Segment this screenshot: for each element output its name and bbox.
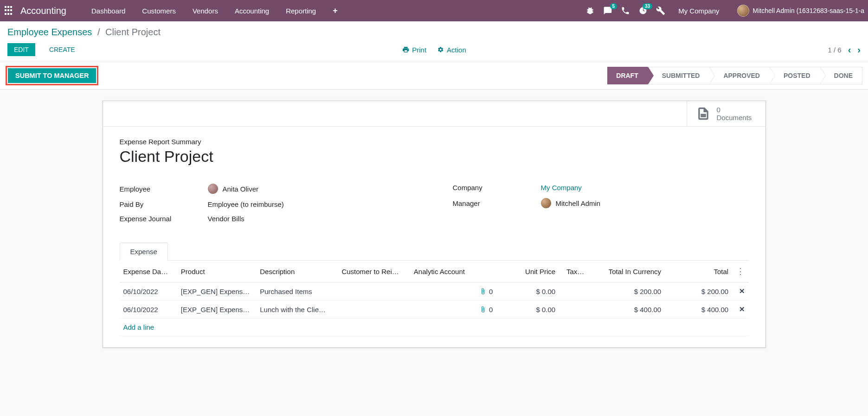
control-panel: Employee Expenses / Client Project Edit … bbox=[0, 21, 868, 62]
apps-icon[interactable] bbox=[4, 5, 15, 16]
field-row: ManagerMitchell Admin bbox=[453, 195, 749, 211]
nav-plus-icon[interactable]: + bbox=[324, 6, 346, 16]
systray: 5 33 My Company Mitchell Admin (16312683… bbox=[585, 5, 864, 17]
brand-title[interactable]: Accounting bbox=[20, 6, 66, 16]
avatar bbox=[208, 184, 218, 194]
user-name: Mitchell Admin (16312683-saas-15-1-a bbox=[753, 7, 864, 14]
action-button[interactable]: Action bbox=[437, 46, 466, 54]
activities-badge: 33 bbox=[643, 3, 652, 9]
col-header[interactable]: Customer to Rei… bbox=[338, 261, 410, 282]
remove-row-icon[interactable]: ✕ bbox=[739, 287, 745, 295]
attachment-icon[interactable] bbox=[480, 288, 486, 294]
field-label: Manager bbox=[453, 199, 541, 207]
breadcrumb: Employee Expenses / Client Project bbox=[7, 27, 161, 38]
nav-dashboard[interactable]: Dashboard bbox=[83, 7, 134, 15]
pager-text[interactable]: 1 / 6 bbox=[828, 46, 841, 54]
col-header[interactable]: Analytic Account bbox=[410, 261, 497, 282]
highlight-box: Submit to Manager bbox=[6, 66, 98, 85]
nav-vendors[interactable]: Vendors bbox=[184, 7, 226, 15]
col-header[interactable]: Description bbox=[256, 261, 338, 282]
field-row: CompanyMy Company bbox=[453, 180, 749, 195]
print-button[interactable]: Print bbox=[402, 46, 426, 54]
messages-badge: 5 bbox=[610, 3, 617, 9]
breadcrumb-current: Client Project bbox=[105, 27, 161, 37]
stage-draft[interactable]: Draft bbox=[607, 67, 648, 84]
table-row[interactable]: 06/10/2022[EXP_GEN] Expens…Purchased Ite… bbox=[120, 282, 749, 301]
kebab-icon[interactable]: ⋮ bbox=[736, 267, 745, 276]
field-label: Employee bbox=[120, 185, 208, 193]
stage-approved[interactable]: Approved bbox=[709, 67, 770, 84]
breadcrumb-parent[interactable]: Employee Expenses bbox=[7, 27, 92, 37]
documents-label: Documents bbox=[717, 114, 752, 122]
col-header[interactable]: Total bbox=[665, 261, 732, 282]
avatar bbox=[541, 198, 551, 208]
documents-count: 0 bbox=[717, 106, 752, 114]
field-row: EmployeeAnita Oliver bbox=[120, 180, 416, 197]
field-row: Paid ByEmployee (to reimburse) bbox=[120, 197, 416, 211]
documents-stat-button[interactable]: 0 Documents bbox=[687, 101, 765, 126]
submit-to-manager-button[interactable]: Submit to Manager bbox=[8, 68, 96, 83]
table-row[interactable]: 06/10/2022[EXP_GEN] Expens…Lunch with th… bbox=[120, 301, 749, 319]
messages-icon[interactable]: 5 bbox=[603, 6, 612, 15]
attachment-icon[interactable] bbox=[480, 306, 486, 313]
expense-table: Expense Da…ProductDescriptionCustomer to… bbox=[120, 261, 749, 336]
user-avatar bbox=[737, 5, 749, 17]
print-icon bbox=[402, 46, 409, 53]
activities-icon[interactable]: 33 bbox=[638, 6, 648, 15]
record-title: Client Project bbox=[120, 147, 749, 166]
field-value: Vendor Bills bbox=[208, 215, 244, 223]
field-value: Mitchell Admin bbox=[541, 198, 601, 208]
field-value: Anita Oliver bbox=[208, 184, 259, 194]
col-header[interactable]: Tax… bbox=[559, 261, 588, 282]
document-icon bbox=[696, 107, 710, 121]
remove-row-icon[interactable]: ✕ bbox=[739, 305, 745, 313]
field-value: Employee (to reimburse) bbox=[208, 200, 284, 208]
stage-flow: DraftSubmittedApprovedPostedDone bbox=[608, 67, 862, 84]
statusbar: Submit to Manager DraftSubmittedApproved… bbox=[0, 62, 868, 90]
phone-icon[interactable] bbox=[621, 6, 630, 15]
nav-customers[interactable]: Customers bbox=[134, 7, 184, 15]
pager: 1 / 6 ‹ › bbox=[828, 45, 861, 55]
field-label: Paid By bbox=[120, 200, 208, 208]
stage-submitted[interactable]: Submitted bbox=[648, 67, 710, 84]
company-switcher[interactable]: My Company bbox=[678, 7, 719, 15]
col-header[interactable]: Unit Price bbox=[496, 261, 559, 282]
edit-button[interactable]: Edit bbox=[7, 43, 35, 56]
col-header[interactable]: Total In Currency bbox=[588, 261, 665, 282]
top-navbar: Accounting Dashboard Customers Vendors A… bbox=[0, 0, 868, 21]
nav-reporting[interactable]: Reporting bbox=[277, 7, 324, 15]
field-row: Expense JournalVendor Bills bbox=[120, 211, 416, 226]
tools-icon[interactable] bbox=[656, 6, 665, 15]
tab-expense[interactable]: Expense bbox=[120, 243, 168, 261]
button-box: 0 Documents bbox=[103, 101, 765, 127]
col-header[interactable]: Expense Da… bbox=[120, 261, 177, 282]
pager-next-icon[interactable]: › bbox=[857, 45, 861, 55]
stage-posted[interactable]: Posted bbox=[769, 67, 820, 84]
stage-done[interactable]: Done bbox=[820, 67, 862, 84]
field-label: Company bbox=[453, 184, 541, 192]
user-menu[interactable]: Mitchell Admin (16312683-saas-15-1-a bbox=[737, 5, 864, 17]
add-line-button[interactable]: Add a line bbox=[120, 319, 749, 336]
col-header[interactable]: Product bbox=[177, 261, 256, 282]
field-value[interactable]: My Company bbox=[541, 184, 582, 192]
form-sheet: 0 Documents Expense Report Summary Clien… bbox=[103, 101, 766, 348]
field-label: Expense Journal bbox=[120, 215, 208, 223]
nav-accounting[interactable]: Accounting bbox=[226, 7, 277, 15]
bug-icon[interactable] bbox=[585, 6, 595, 15]
gear-icon bbox=[437, 46, 444, 53]
section-label: Expense Report Summary bbox=[120, 138, 749, 146]
create-button[interactable]: Create bbox=[43, 43, 82, 56]
pager-prev-icon[interactable]: ‹ bbox=[848, 45, 851, 55]
